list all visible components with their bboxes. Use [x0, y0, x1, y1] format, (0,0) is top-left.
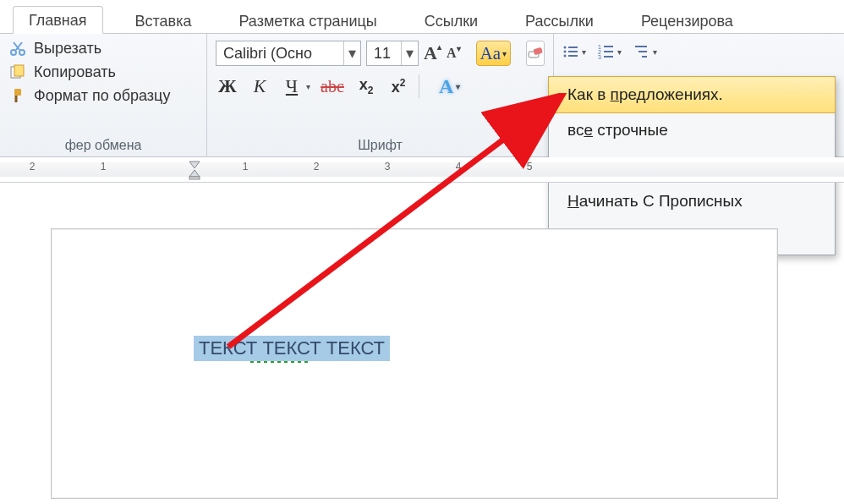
- svg-rect-16: [604, 46, 613, 47]
- svg-rect-17: [604, 51, 613, 52]
- tab-references[interactable]: Ссылки: [409, 8, 493, 34]
- numbered-list-button[interactable]: 123▾: [598, 44, 622, 59]
- svg-point-9: [564, 55, 567, 58]
- font-size-input[interactable]: [367, 41, 401, 65]
- tab-page-layout[interactable]: Разметка страницы: [223, 8, 392, 34]
- svg-point-0: [11, 50, 16, 55]
- indent-marker-icon[interactable]: [188, 160, 201, 180]
- svg-rect-24: [189, 177, 200, 179]
- eraser-icon: [527, 46, 544, 61]
- svg-point-8: [564, 51, 567, 53]
- svg-rect-3: [14, 65, 24, 76]
- ruler-tick: 3: [381, 161, 394, 173]
- font-size-dropdown-icon[interactable]: ▾: [401, 41, 418, 65]
- clipboard-group: Вырезать Копировать Формат по образцу фе…: [0, 34, 207, 156]
- font-group: ▾ ▾ A▴ A▾ Aa ▾ Ж К Ч▾: [207, 34, 554, 156]
- svg-rect-6: [533, 47, 542, 55]
- format-painter-label: Формат по образцу: [34, 87, 170, 105]
- italic-button[interactable]: К: [248, 75, 271, 97]
- svg-rect-12: [568, 55, 578, 57]
- svg-point-1: [19, 50, 25, 55]
- svg-point-7: [564, 47, 567, 49]
- ruler-tick: 1: [238, 161, 252, 173]
- tab-home[interactable]: Главная: [13, 6, 103, 34]
- font-name-dropdown-icon[interactable]: ▾: [343, 41, 360, 65]
- spellcheck-underline: [250, 361, 310, 363]
- tab-insert[interactable]: Вставка: [120, 8, 207, 34]
- case-capitalize-item[interactable]: Начинать С Прописных: [549, 184, 835, 219]
- svg-rect-19: [635, 46, 647, 47]
- underline-button[interactable]: Ч▾: [280, 75, 310, 97]
- chevron-down-icon: ▾: [502, 49, 507, 58]
- case-lowercase-item[interactable]: все строчные: [549, 112, 835, 148]
- brush-icon: [8, 86, 27, 105]
- svg-rect-21: [642, 56, 647, 58]
- svg-rect-10: [568, 47, 578, 48]
- increase-font-size-button[interactable]: A▴: [424, 41, 441, 66]
- superscript-button[interactable]: x2: [386, 77, 410, 96]
- text-effects-button[interactable]: A▾: [439, 75, 460, 98]
- change-case-icon: Aa: [480, 43, 501, 64]
- case-sentence-item[interactable]: Как в предложениях.: [548, 76, 836, 113]
- ruler-tick: 1: [96, 161, 110, 173]
- tab-mailings[interactable]: Рассылки: [510, 8, 609, 34]
- cut-button[interactable]: Вырезать: [8, 39, 198, 58]
- cut-label: Вырезать: [34, 40, 101, 58]
- ruler[interactable]: 2 1 1 2 3 4 5: [0, 157, 844, 183]
- format-painter-button[interactable]: Формат по образцу: [8, 86, 198, 105]
- ribbon-tabs: Главная Вставка Разметка страницы Ссылки…: [0, 0, 844, 34]
- svg-rect-20: [638, 51, 647, 52]
- ruler-tick: 4: [452, 161, 465, 173]
- svg-rect-18: [604, 56, 613, 58]
- bullet-list-button[interactable]: ▾: [562, 44, 586, 59]
- decrease-font-size-button[interactable]: A▾: [447, 41, 461, 66]
- copy-label: Копировать: [34, 63, 116, 81]
- scissors-icon: [8, 39, 27, 58]
- subscript-button[interactable]: x2: [354, 76, 378, 96]
- ruler-tick: 2: [310, 161, 323, 173]
- document-page[interactable]: ТЕКСТ ТЕКСТ ТЕКСТ: [51, 228, 778, 499]
- clear-formatting-button[interactable]: [526, 41, 545, 66]
- copy-button[interactable]: Копировать: [8, 63, 198, 81]
- selected-text[interactable]: ТЕКСТ ТЕКСТ ТЕКСТ: [194, 336, 390, 361]
- svg-text:3: 3: [598, 54, 601, 59]
- tab-review[interactable]: Рецензирова: [626, 8, 748, 34]
- font-size-combo[interactable]: ▾: [366, 41, 419, 66]
- svg-rect-4: [14, 89, 21, 96]
- clipboard-group-label: фер обмена: [8, 136, 198, 153]
- strikethrough-button[interactable]: abc: [319, 77, 346, 96]
- multilevel-list-button[interactable]: ▾: [633, 44, 657, 59]
- font-name-combo[interactable]: ▾: [216, 41, 361, 66]
- font-group-label: Шрифт: [216, 136, 545, 153]
- svg-rect-11: [568, 51, 578, 52]
- ruler-tick: 2: [25, 161, 39, 173]
- font-name-input[interactable]: [216, 41, 343, 65]
- svg-marker-23: [189, 170, 200, 177]
- copy-icon: [8, 63, 27, 81]
- change-case-button[interactable]: Aa ▾: [476, 41, 512, 66]
- bold-button[interactable]: Ж: [216, 75, 239, 97]
- svg-marker-22: [189, 162, 200, 168]
- ruler-tick: 5: [523, 161, 536, 173]
